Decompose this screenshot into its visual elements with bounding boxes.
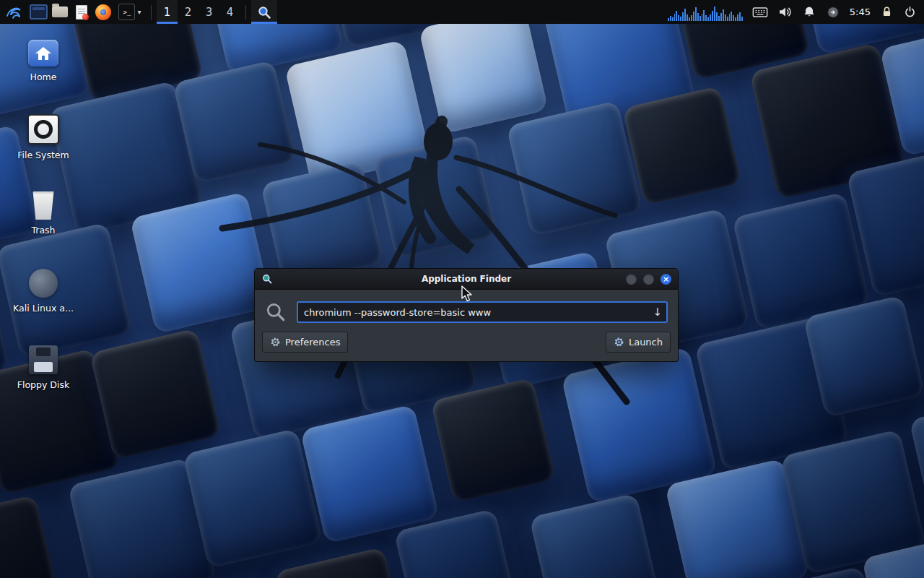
- desktop-icon-label: Trash: [31, 225, 55, 236]
- launcher-window-app[interactable]: [27, 0, 49, 24]
- launcher-firefox[interactable]: [92, 0, 114, 24]
- top-panel: >_ ▾ 1 2 3 4: [0, 0, 924, 24]
- close-button[interactable]: ×: [661, 274, 671, 285]
- terminal-icon: >_: [118, 4, 135, 20]
- application-finder-task-icon: [257, 5, 271, 20]
- notifications-indicator[interactable]: [802, 0, 816, 24]
- tray-app-indicator[interactable]: [826, 0, 840, 24]
- desktop-icon-label: File System: [17, 150, 69, 160]
- logout-button[interactable]: [903, 0, 917, 24]
- launcher-terminal[interactable]: >_ ▾: [114, 0, 146, 24]
- desktop-icon-label: Floppy Disk: [17, 379, 69, 390]
- keyboard-layout-indicator[interactable]: [752, 0, 768, 24]
- launcher-dropdown-icon[interactable]: ▾: [137, 9, 141, 16]
- workspace-1[interactable]: 1: [157, 0, 178, 24]
- launcher-text-editor[interactable]: [71, 0, 92, 24]
- desktop-stage: Home File System Trash Kali Linux a... F…: [0, 0, 924, 578]
- maximize-button[interactable]: [643, 274, 654, 285]
- search-icon: [265, 301, 287, 323]
- search-row: ↓: [255, 290, 678, 323]
- power-icon: [903, 5, 917, 19]
- launch-button[interactable]: Launch: [606, 332, 671, 353]
- audio-spectrum-visualizer: [668, 4, 743, 21]
- tray-circle-icon: [826, 5, 840, 20]
- panel-status-area: 5:45: [668, 0, 924, 24]
- bell-icon: [802, 5, 816, 20]
- desktop-icon-kali-linux[interactable]: Kali Linux a...: [10, 269, 77, 314]
- kali-disc-icon: [29, 269, 58, 298]
- workspace-4[interactable]: 4: [219, 0, 240, 24]
- desktop-icon-floppy-disk[interactable]: Floppy Disk: [10, 345, 77, 390]
- workspace-switcher: 1 2 3 4: [157, 0, 240, 24]
- application-finder-window: Application Finder × ↓: [254, 268, 679, 362]
- search-input[interactable]: [297, 301, 668, 323]
- window-titlebar[interactable]: Application Finder ×: [255, 269, 678, 290]
- desktop-icon-home[interactable]: Home: [10, 40, 77, 82]
- panel-clock[interactable]: 5:45: [850, 7, 871, 17]
- kali-menu-icon: [5, 4, 22, 21]
- file-manager-icon: [52, 7, 68, 17]
- panel-separator: [151, 5, 152, 20]
- gear-icon: [270, 337, 281, 348]
- window-controls: ×: [626, 274, 671, 285]
- taskbar-application-finder[interactable]: [251, 0, 277, 24]
- keyboard-icon: [752, 4, 768, 20]
- launcher-file-manager[interactable]: [49, 0, 71, 24]
- home-icon: [28, 40, 58, 66]
- file-system-icon: [27, 114, 59, 144]
- desktop-icon-file-system[interactable]: File System: [10, 114, 77, 160]
- command-combo: ↓: [297, 301, 668, 323]
- application-finder-icon: [261, 273, 273, 285]
- launch-gear-icon: [614, 337, 624, 348]
- screen-lock-button[interactable]: [880, 0, 894, 24]
- speaker-icon: [777, 4, 793, 20]
- volume-control[interactable]: [777, 0, 793, 24]
- applications-menu-button[interactable]: [0, 0, 27, 24]
- panel-separator: [245, 5, 246, 20]
- floppy-disk-icon: [29, 345, 58, 374]
- launch-label: Launch: [629, 337, 663, 348]
- finder-button-row: Preferences Launch: [255, 323, 678, 361]
- window-title: Application Finder: [255, 274, 678, 284]
- trash-icon: [32, 191, 56, 220]
- text-editor-icon: [76, 5, 87, 20]
- lock-icon: [880, 5, 894, 19]
- window-app-icon: [30, 4, 48, 20]
- desktop-icon-trash[interactable]: Trash: [10, 191, 77, 236]
- preferences-label: Preferences: [285, 337, 340, 348]
- preferences-button[interactable]: Preferences: [262, 332, 348, 353]
- desktop-icon-label: Kali Linux a...: [13, 303, 74, 314]
- workspace-3[interactable]: 3: [199, 0, 219, 24]
- terminal-prompt-glyph: >_: [123, 9, 131, 16]
- desktop-icon-label: Home: [30, 72, 57, 82]
- minimize-button[interactable]: [626, 274, 637, 285]
- firefox-icon: [95, 4, 111, 20]
- workspace-2[interactable]: 2: [178, 0, 199, 24]
